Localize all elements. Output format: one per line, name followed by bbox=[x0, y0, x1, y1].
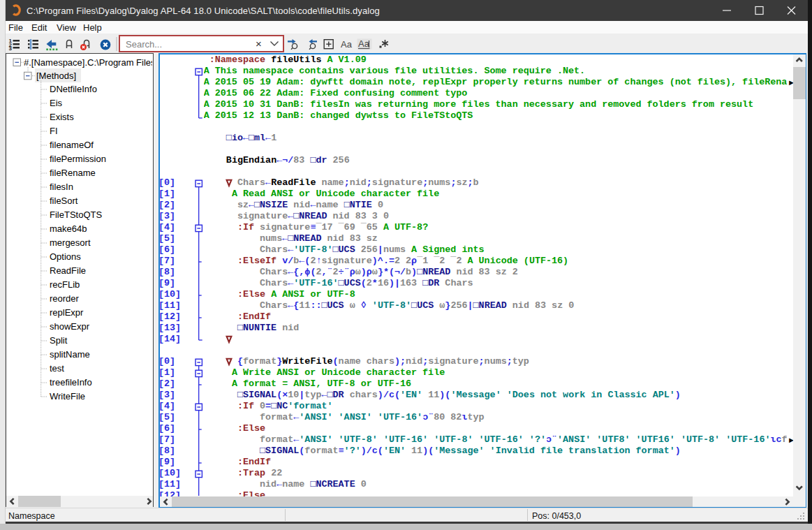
svg-text:Aa: Aa bbox=[358, 38, 370, 49]
svg-text:Aa: Aa bbox=[341, 39, 353, 50]
svg-text:3: 3 bbox=[9, 45, 13, 52]
